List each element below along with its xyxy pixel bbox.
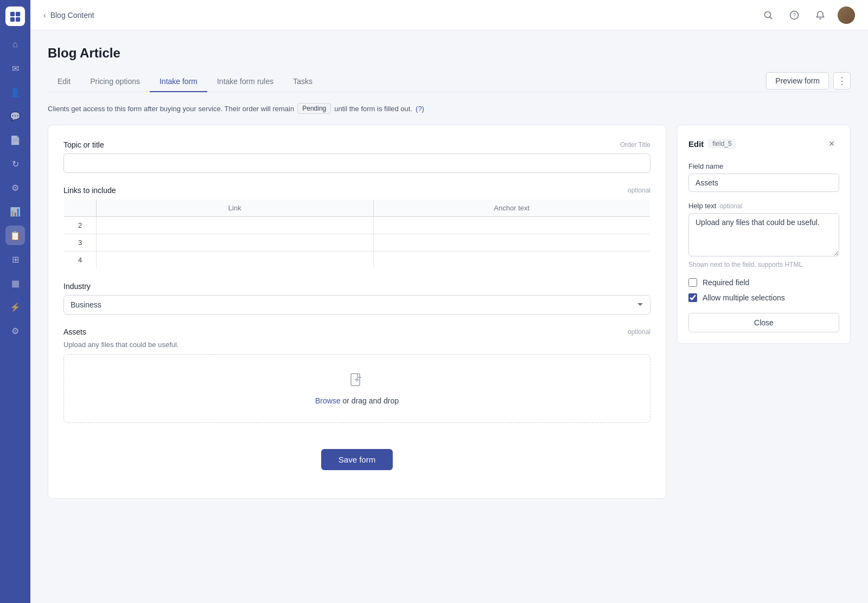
info-text-before: Clients get access to this form after bu…: [48, 105, 294, 113]
save-bar: Save form: [63, 436, 650, 483]
row-num: 3: [64, 234, 97, 252]
edit-panel-title: Edit field_5: [688, 139, 736, 149]
col-anchor-header: Anchor text: [373, 200, 650, 217]
sidebar-item-analytics[interactable]: 📊: [5, 202, 25, 221]
upload-area[interactable]: Browse or drag and drop: [63, 354, 650, 423]
row-num: 4: [64, 252, 97, 269]
main-area: ‹ Blog Content ? Blog Article Edit Pric: [30, 0, 868, 603]
form-area: Topic or title Order Title Links to incl…: [48, 125, 851, 499]
breadcrumb-area: ‹ Blog Content: [43, 11, 94, 20]
svg-rect-1: [16, 12, 20, 16]
pending-badge: Pending: [297, 103, 331, 114]
topic-label: Topic or title Order Title: [63, 140, 650, 149]
edit-panel-header: Edit field_5 ×: [688, 136, 839, 151]
svg-point-4: [765, 11, 771, 17]
field-id-badge: field_5: [708, 139, 736, 149]
required-checkbox[interactable]: [688, 278, 697, 287]
row-num: 2: [64, 217, 97, 234]
multiple-selections-row: Allow multiple selections: [688, 293, 839, 302]
industry-select[interactable]: BusinessTechnologyFinanceHealthEducation: [63, 295, 650, 315]
sidebar: ⌂ ✉ 👤 💬 📄 ↻ ⚙ 📊 📋 ⊞ ▦ ⚡ ⚙: [0, 0, 30, 603]
topic-input[interactable]: [63, 153, 650, 173]
edit-panel: Edit field_5 × Field name Help text opti…: [677, 125, 851, 344]
notifications-icon[interactable]: [812, 7, 829, 24]
info-text-after: until the form is filled out.: [334, 105, 412, 113]
intake-form-card: Topic or title Order Title Links to incl…: [48, 125, 666, 499]
multiple-checkbox[interactable]: [688, 293, 697, 302]
topbar: ‹ Blog Content ?: [30, 0, 868, 30]
tab-intake[interactable]: Intake form: [150, 72, 207, 92]
save-form-button[interactable]: Save form: [321, 449, 393, 470]
row-link-cell[interactable]: [97, 217, 374, 234]
edit-help-text-label: Help text optional: [688, 202, 839, 210]
col-link-header: Link: [97, 200, 374, 217]
sidebar-item-docs[interactable]: 📄: [5, 130, 25, 150]
edit-help-text-hint: Shown next to the field, supports HTML: [688, 261, 839, 268]
table-row: 2: [64, 217, 650, 234]
topbar-actions: ?: [760, 7, 855, 24]
row-link-cell[interactable]: [97, 252, 374, 269]
table-row: 4: [64, 252, 650, 269]
svg-line-5: [770, 17, 773, 19]
assets-label: Assets optional: [63, 328, 650, 336]
edit-help-text-textarea[interactable]: [688, 213, 839, 256]
sidebar-item-refresh[interactable]: ↻: [5, 154, 25, 174]
table-row: 3: [64, 234, 650, 252]
tab-tasks[interactable]: Tasks: [283, 72, 322, 92]
topic-field-group: Topic or title Order Title: [63, 140, 650, 173]
preview-form-button[interactable]: Preview form: [766, 72, 829, 89]
links-table: Link Anchor text 2 3 4: [63, 199, 650, 269]
required-field-label: Required field: [703, 278, 749, 287]
tab-intake-rules[interactable]: Intake form rules: [207, 72, 283, 92]
assets-help-text: Upload any files that could be useful.: [63, 341, 650, 349]
help-icon[interactable]: ?: [786, 7, 803, 24]
search-icon[interactable]: [760, 7, 777, 24]
row-anchor-cell[interactable]: [373, 234, 650, 252]
svg-rect-2: [10, 17, 15, 22]
industry-field-group: Industry BusinessTechnologyFinanceHealth…: [63, 282, 650, 315]
more-options-button[interactable]: ⋮: [833, 72, 851, 89]
sidebar-item-grid[interactable]: ⊞: [5, 249, 25, 269]
tabs-bar: Edit Pricing options Intake form Intake …: [48, 72, 851, 92]
tabs-right: Preview form ⋮: [766, 72, 851, 92]
sidebar-item-settings[interactable]: ⚙: [5, 321, 25, 341]
app-logo: [5, 7, 25, 26]
sidebar-item-bolt[interactable]: ⚡: [5, 297, 25, 317]
sidebar-item-widgets[interactable]: ▦: [5, 273, 25, 293]
col-num-header: [64, 200, 97, 217]
tab-pricing[interactable]: Pricing options: [80, 72, 150, 92]
svg-text:?: ?: [793, 12, 796, 18]
svg-rect-3: [16, 17, 20, 22]
page-content: Blog Article Edit Pricing options Intake…: [30, 30, 868, 603]
topic-order: Order Title: [620, 141, 650, 149]
sidebar-item-chat[interactable]: 💬: [5, 106, 25, 126]
page-title: Blog Article: [48, 46, 851, 61]
edit-field-name-input[interactable]: [688, 174, 839, 192]
row-anchor-cell[interactable]: [373, 217, 650, 234]
back-arrow-icon[interactable]: ‹: [43, 11, 46, 20]
sidebar-item-users[interactable]: 👤: [5, 82, 25, 102]
links-field-group: Links to include optional Link Anchor te…: [63, 186, 650, 269]
links-label: Links to include optional: [63, 186, 650, 195]
sidebar-item-inbox[interactable]: ✉: [5, 59, 25, 78]
edit-panel-close-icon[interactable]: ×: [824, 136, 839, 151]
help-link[interactable]: (?): [416, 105, 424, 113]
sidebar-item-orders[interactable]: 📋: [5, 226, 25, 245]
upload-text: Browse or drag and drop: [315, 396, 399, 405]
sidebar-item-dashboard[interactable]: ⌂: [5, 35, 25, 54]
row-anchor-cell[interactable]: [373, 252, 650, 269]
sidebar-item-integrations[interactable]: ⚙: [5, 178, 25, 197]
assets-field-group: Assets optional Upload any files that co…: [63, 328, 650, 423]
tabs-left: Edit Pricing options Intake form Intake …: [48, 72, 322, 92]
user-avatar[interactable]: [838, 7, 855, 24]
edit-help-text-group: Help text optional Shown next to the fie…: [688, 202, 839, 268]
breadcrumb: Blog Content: [50, 11, 94, 20]
tab-edit[interactable]: Edit: [48, 72, 80, 92]
required-field-row: Required field: [688, 278, 839, 287]
panel-close-button[interactable]: Close: [688, 313, 839, 332]
browse-link[interactable]: Browse: [315, 396, 341, 405]
upload-file-icon: [348, 372, 366, 391]
industry-label: Industry: [63, 282, 650, 291]
svg-rect-0: [10, 12, 15, 16]
row-link-cell[interactable]: [97, 234, 374, 252]
